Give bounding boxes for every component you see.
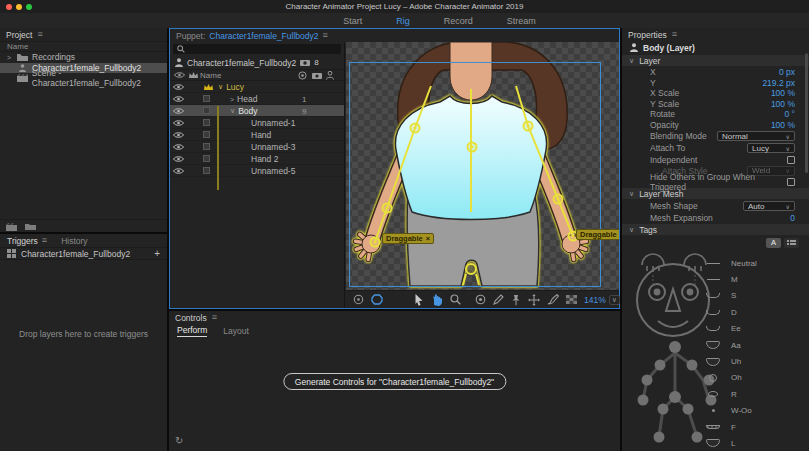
panel-menu-icon[interactable]: ≡	[212, 313, 217, 322]
handle-box[interactable]	[203, 167, 210, 174]
panel-menu-icon[interactable]: ≡	[322, 31, 327, 40]
workspace-tab[interactable]: Start	[343, 16, 362, 26]
close-window-icon[interactable]	[6, 4, 12, 10]
crown-cell[interactable]	[203, 167, 215, 175]
viseme-row[interactable]: Uh	[704, 353, 801, 369]
crown-cell[interactable]	[203, 119, 215, 127]
crown-cell[interactable]	[203, 83, 215, 91]
layer-row[interactable]: ∨ Body 9	[170, 105, 344, 117]
panel-menu-icon[interactable]: ≡	[672, 30, 677, 39]
project-item[interactable]: Scene - Character1female_Fullbody2	[0, 73, 167, 84]
twirl-icon[interactable]: >	[7, 54, 13, 61]
property-value[interactable]: 0 px	[779, 67, 795, 77]
zoom-level-value[interactable]: 141%	[584, 295, 606, 305]
visibility-eye-icon[interactable]	[173, 107, 184, 115]
visibility-eye-icon[interactable]	[173, 95, 184, 103]
viseme-row[interactable]: F	[704, 419, 801, 435]
puppet-name-link[interactable]: Character1female_Fullbody2	[209, 31, 318, 41]
property-value[interactable]: 219.2 px	[762, 78, 795, 88]
panel-menu-icon[interactable]: ≡	[42, 236, 47, 245]
minimize-window-icon[interactable]	[16, 4, 22, 10]
crown-cell[interactable]	[203, 143, 215, 151]
trigger-set-row[interactable]: Character1female_Fullbody2 +	[0, 247, 167, 260]
layer-row[interactable]: ∨ Lucy	[170, 81, 344, 93]
crown-cell[interactable]	[203, 155, 215, 163]
crown-cell[interactable]	[203, 107, 215, 115]
section-tags[interactable]: ∨Tags	[622, 224, 809, 235]
puppet-root-row[interactable]: Character1female_Fullbody2 8	[170, 56, 344, 69]
new-folder-icon[interactable]	[25, 222, 37, 230]
layer-row[interactable]: Unnamed-5	[170, 165, 344, 177]
zoom-level-dropdown-icon[interactable]: ∨	[609, 295, 620, 305]
independent-checkbox[interactable]	[787, 156, 795, 164]
add-trigger-button[interactable]: +	[154, 248, 160, 259]
crown-cell[interactable]	[203, 131, 215, 139]
blending-mode-select[interactable]: Normal∨	[717, 131, 795, 141]
handle-box[interactable]	[203, 119, 210, 126]
outline-toggle-icon[interactable]	[371, 293, 383, 306]
viseme-row[interactable]: L	[704, 435, 801, 451]
transform-tool-icon[interactable]	[528, 293, 540, 306]
viseme-row[interactable]: Oh	[704, 370, 801, 386]
layer-search-input[interactable]	[173, 44, 341, 54]
record-handles-icon[interactable]	[475, 293, 486, 306]
panel-menu-icon[interactable]: ≡	[37, 30, 42, 39]
tab-layout[interactable]: Layout	[223, 326, 249, 336]
workspace-tab[interactable]: Rig	[396, 16, 410, 26]
twirl-icon[interactable]: ∨	[218, 83, 223, 91]
viseme-row[interactable]: R	[704, 386, 801, 402]
viseme-row[interactable]: D	[704, 304, 801, 320]
viseme-row[interactable]: M	[704, 271, 801, 287]
property-value[interactable]: 100 %	[771, 99, 795, 109]
generate-controls-button[interactable]: Generate Controls for "Character1female_…	[283, 373, 506, 390]
viseme-row[interactable]: Ee	[704, 321, 801, 337]
section-layer[interactable]: ∨Layer	[622, 55, 809, 66]
layer-row[interactable]: Hand 2	[170, 153, 344, 165]
mesh-shape-select[interactable]: Auto∨	[743, 201, 795, 211]
puppet-viewport[interactable]: Draggable× Draggable×	[346, 42, 619, 290]
layer-row[interactable]: Unnamed-3	[170, 141, 344, 153]
attach-to-select[interactable]: Lucy∨	[747, 143, 795, 153]
visibility-eye-icon[interactable]	[173, 131, 184, 139]
layer-row[interactable]: Hand	[170, 129, 344, 141]
workspace-tab[interactable]: Record	[444, 16, 473, 26]
visibility-eye-icon[interactable]	[173, 143, 184, 151]
mesh-toggle-icon[interactable]	[353, 293, 364, 306]
tag-mode-visemes-button[interactable]: A	[766, 238, 781, 248]
tag-mode-handles-button[interactable]	[784, 238, 799, 248]
project-item[interactable]: > Recordings	[0, 52, 167, 63]
twirl-icon[interactable]: >	[230, 96, 234, 103]
select-tool-icon[interactable]	[414, 293, 424, 306]
visibility-eye-icon[interactable]	[173, 83, 184, 91]
twirl-icon[interactable]: ∨	[230, 107, 235, 115]
viseme-row[interactable]: S	[704, 288, 801, 304]
hide-others-checkbox[interactable]	[787, 178, 795, 186]
layer-row[interactable]: > Head 1	[170, 93, 344, 105]
tab-history[interactable]: History	[61, 236, 87, 246]
viseme-row[interactable]: W-Oo	[704, 403, 801, 419]
properties-scrollbar[interactable]	[805, 53, 808, 173]
zoom-tool-icon[interactable]	[450, 293, 461, 306]
tab-triggers[interactable]: Triggers ≡	[7, 236, 47, 246]
crown-cell[interactable]	[203, 95, 215, 103]
workspace-tab[interactable]: Stream	[507, 16, 536, 26]
mesh-expansion-value[interactable]: 0	[790, 213, 795, 223]
refresh-icon[interactable]: ↻	[175, 435, 183, 446]
property-value[interactable]: 100 %	[771, 88, 795, 98]
remove-draggable-icon[interactable]: ×	[426, 234, 430, 243]
pin-tool-icon[interactable]	[511, 293, 521, 306]
draggable-badge-right[interactable]: Draggable×	[576, 229, 619, 240]
handle-box[interactable]	[203, 95, 210, 102]
new-scene-icon[interactable]	[6, 222, 18, 231]
zoom-window-icon[interactable]	[26, 4, 32, 10]
pen-tool-icon[interactable]	[493, 293, 504, 306]
draggable-tool-icon[interactable]	[547, 293, 559, 306]
viseme-row[interactable]: Neutral	[704, 255, 801, 271]
visibility-eye-icon[interactable]	[173, 167, 184, 175]
handle-box[interactable]	[203, 143, 210, 150]
draggable-badge-left[interactable]: Draggable×	[382, 233, 434, 244]
handle-box[interactable]	[203, 131, 210, 138]
visibility-eye-icon[interactable]	[173, 155, 184, 163]
hand-tool-icon[interactable]	[431, 293, 443, 306]
handle-box[interactable]	[203, 107, 210, 114]
